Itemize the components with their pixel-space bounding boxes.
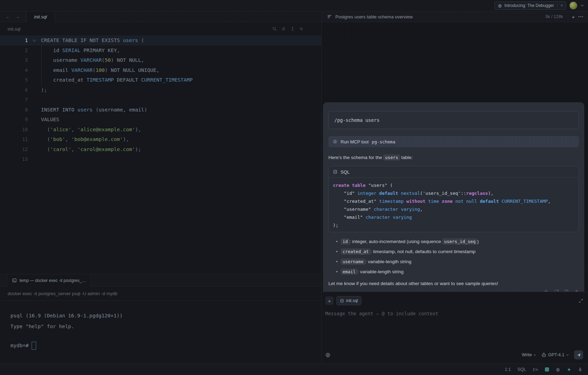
scroll-to-top-icon[interactable] bbox=[574, 289, 579, 292]
editor-line[interactable]: 13 bbox=[0, 154, 321, 164]
replace-icon[interactable] bbox=[281, 26, 286, 31]
sparkle-icon[interactable] bbox=[567, 367, 571, 372]
search-icon[interactable] bbox=[272, 26, 277, 31]
editor-line[interactable]: 12 ('carol', 'carol@example.com'); bbox=[0, 144, 321, 155]
code-editor[interactable]: 1CREATE TABLE IF NOT EXISTS users (2 id … bbox=[0, 35, 321, 274]
bug-icon bbox=[498, 3, 502, 8]
context-chip-init-sql[interactable]: init.sql bbox=[336, 296, 361, 305]
user-message[interactable]: /pg-schema users bbox=[328, 111, 579, 129]
thumbs-up-icon[interactable] bbox=[544, 289, 549, 292]
status-bar: 1:1 SQL z bbox=[0, 364, 588, 375]
debugger-badge-label: Introducing: The Debugger bbox=[504, 3, 554, 8]
cursor-icon[interactable] bbox=[290, 26, 295, 31]
add-context-button[interactable]: + bbox=[325, 297, 334, 305]
thread-scroll-area[interactable]: /pg-schema users Run MCP tool pg-schema … bbox=[322, 22, 588, 292]
zed-window: Introducing: The Debugger × ← → init.sql bbox=[0, 0, 588, 375]
chevron-down-icon bbox=[533, 354, 536, 356]
terminal-cursor bbox=[32, 342, 36, 350]
agent-panel-header: Postgres users table schema overview 5k … bbox=[322, 11, 588, 22]
copy-icon[interactable] bbox=[564, 289, 569, 292]
sql-block-label: SQL bbox=[341, 169, 350, 175]
terminal-tab[interactable]: temp — docker exec -it postgres_… bbox=[7, 274, 91, 286]
robot-icon bbox=[541, 352, 546, 357]
schema-bullet: id: integer, auto-incremented (using seq… bbox=[336, 236, 579, 247]
editor-toolbar-icons bbox=[272, 26, 304, 31]
message-composer: + init.sql bbox=[322, 292, 588, 364]
cursor-position[interactable]: 1:1 bbox=[505, 367, 511, 372]
chevron-down-icon[interactable] bbox=[581, 5, 584, 7]
database-icon bbox=[333, 169, 337, 174]
editor-line[interactable]: 4 email VARCHAR(100) NOT NULL UNIQUE, bbox=[0, 65, 321, 75]
breadcrumb[interactable]: init.sql bbox=[8, 26, 21, 32]
title-bar: Introducing: The Debugger × bbox=[0, 0, 588, 11]
tab-bar: ← → init.sql bbox=[0, 11, 321, 22]
composer-controls: Write bbox=[325, 350, 583, 359]
language-selector[interactable]: SQL bbox=[517, 367, 526, 372]
microphone-icon[interactable] bbox=[578, 367, 582, 372]
terminal-tab-bar: temp — docker exec -it postgres_… bbox=[0, 274, 321, 286]
debugger-announcement-badge[interactable]: Introducing: The Debugger × bbox=[495, 1, 566, 10]
conversation-card: /pg-schema users Run MCP tool pg-schema … bbox=[323, 102, 584, 292]
schema-bullet: created_at: timestamp, not null, default… bbox=[336, 247, 579, 257]
language-server-icon[interactable] bbox=[545, 367, 549, 372]
chevron-down-icon bbox=[566, 354, 569, 356]
editor-line[interactable]: 6); bbox=[0, 85, 321, 95]
editor-line[interactable]: 7 bbox=[0, 95, 321, 105]
main-split: ← → init.sql init.sql bbox=[0, 11, 588, 364]
editor-line[interactable]: 3 username VARCHAR(50) NOT NULL, bbox=[0, 55, 321, 65]
close-icon[interactable]: × bbox=[557, 3, 563, 8]
token-count: 5k / 128k bbox=[546, 14, 569, 19]
editor-line[interactable]: 1CREATE TABLE IF NOT EXISTS users ( bbox=[0, 35, 321, 45]
terminal-output[interactable]: psql (16.9 (Debian 16.9-1.pgdg120+1))Typ… bbox=[0, 301, 321, 364]
assistant-outro: Let me know if you need details about ot… bbox=[328, 280, 579, 287]
expand-composer-icon[interactable] bbox=[579, 299, 583, 303]
fold-chevron-icon[interactable] bbox=[28, 39, 41, 42]
composer-context-row: + init.sql bbox=[325, 296, 583, 305]
message-actions bbox=[328, 289, 579, 292]
tool-name: pg-schema bbox=[372, 139, 395, 144]
tool-call-row[interactable]: Run MCP tool pg-schema bbox=[328, 136, 579, 147]
editor-line[interactable]: 10 ('alice', 'alice@example.com'), bbox=[0, 125, 321, 135]
tab-init-sql[interactable]: init.sql bbox=[26, 11, 55, 22]
forward-icon[interactable]: → bbox=[15, 14, 20, 19]
tool-call-label: Run MCP tool bbox=[341, 139, 369, 144]
sql-code: create table "users" ( "id" integer defa… bbox=[329, 178, 579, 232]
edit-prediction-icon[interactable]: z bbox=[533, 367, 538, 372]
editor-line[interactable]: 5 created_at TIMESTAMP DEFAULT CURRENT_T… bbox=[0, 75, 321, 85]
debugger-icon[interactable] bbox=[556, 367, 560, 372]
globe-icon[interactable] bbox=[325, 352, 330, 358]
model-selector[interactable]: GPT-4.1 bbox=[541, 352, 569, 357]
send-button[interactable] bbox=[574, 350, 583, 359]
sql-code-block: SQL create table "users" ( "id" integer … bbox=[328, 166, 579, 232]
terminal-icon bbox=[12, 278, 17, 283]
sql-block-header[interactable]: SQL bbox=[329, 166, 579, 178]
new-thread-button[interactable]: + bbox=[572, 14, 575, 20]
gear-icon bbox=[333, 139, 337, 144]
editor-line[interactable]: 2 id SERIAL PRIMARY KEY, bbox=[0, 45, 321, 56]
editor-line[interactable]: 8INSERT INTO users (username, email) bbox=[0, 105, 321, 115]
thumbs-down-icon[interactable] bbox=[554, 289, 559, 292]
tab-label: init.sql bbox=[34, 14, 47, 19]
editor-line[interactable]: 9VALUES bbox=[0, 115, 321, 125]
editor-line[interactable]: 11 ('bob', 'bob@example.com'), bbox=[0, 134, 321, 144]
assistant-intro: Here’s the schema for the users table: bbox=[328, 154, 579, 161]
breadcrumb-bar: init.sql bbox=[0, 22, 321, 35]
wrap-guides-icon[interactable] bbox=[299, 26, 304, 31]
thread-title[interactable]: Postgres users table schema overview bbox=[335, 14, 542, 19]
terminal-prompt[interactable]: mydb=# bbox=[10, 340, 321, 351]
terminal-breadcrumb[interactable]: docker exec -it postgres_server psql -U … bbox=[0, 286, 321, 301]
indent-guide bbox=[41, 45, 42, 85]
avatar[interactable] bbox=[570, 2, 577, 9]
database-icon bbox=[340, 299, 344, 303]
editor-lines: 1CREATE TABLE IF NOT EXISTS users (2 id … bbox=[0, 35, 321, 164]
history-nav: ← → bbox=[0, 11, 26, 22]
back-icon[interactable]: ← bbox=[6, 14, 10, 19]
schema-bullets: id: integer, auto-incremented (using seq… bbox=[328, 236, 579, 277]
panel-menu-icon[interactable] bbox=[578, 16, 583, 17]
terminal-tab-label: temp — docker exec -it postgres_… bbox=[19, 278, 86, 283]
editor-pane: ← → init.sql init.sql bbox=[0, 11, 322, 364]
message-input[interactable]: Message the agent — @ to include context bbox=[325, 311, 583, 350]
mode-selector[interactable]: Write bbox=[522, 352, 537, 357]
schema-bullet: email: variable-length string bbox=[336, 267, 579, 277]
thread-list-icon[interactable] bbox=[327, 14, 332, 19]
